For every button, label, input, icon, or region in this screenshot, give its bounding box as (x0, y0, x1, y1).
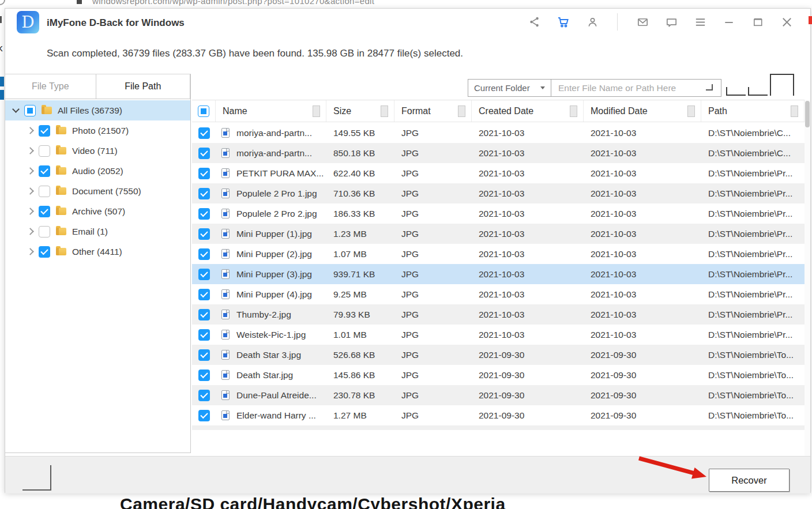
row-checkbox[interactable] (198, 228, 210, 240)
column-filter-handle[interactable] (791, 105, 798, 117)
file-created-date: 2021-10-03 (479, 148, 524, 159)
file-path: D:\ST\Noiembrie\Pr... (708, 289, 792, 300)
tree-item-checkbox[interactable] (39, 206, 50, 217)
table-row[interactable]: Mini Pupper (4).jpg 9.25 MB JPG 2021-10-… (192, 284, 805, 304)
row-checkbox[interactable] (198, 370, 210, 381)
column-filter-handle[interactable] (687, 105, 695, 117)
chevron-right-icon[interactable] (27, 187, 34, 195)
tree-item-checkbox[interactable] (39, 186, 50, 197)
tree-item-checkbox[interactable] (39, 246, 50, 258)
search-input[interactable] (551, 80, 721, 96)
tree-item[interactable]: Email (1) (5, 221, 190, 242)
row-checkbox[interactable] (198, 168, 210, 179)
row-checkbox[interactable] (198, 390, 210, 401)
row-checkbox[interactable] (198, 148, 210, 159)
chevron-right-icon[interactable] (27, 127, 34, 134)
tree-item[interactable]: Video (711) (5, 141, 190, 161)
column-header[interactable]: Created Date (472, 100, 584, 122)
row-checkbox[interactable] (198, 188, 210, 199)
row-checkbox[interactable] (198, 289, 210, 300)
table-row[interactable]: Mini Pupper (2).jpg 1.07 MB JPG 2021-10-… (192, 244, 805, 264)
folder-scope-dropdown[interactable]: Current Folder (468, 79, 551, 97)
close-icon[interactable] (779, 14, 794, 29)
tree-item[interactable]: Archive (507) (5, 201, 190, 221)
maximize-icon[interactable] (750, 14, 765, 29)
table-row[interactable]: moriya-and-partn... 149.55 KB JPG 2021-1… (192, 123, 805, 143)
row-checkbox[interactable] (198, 329, 210, 341)
table-row[interactable]: Mini Pupper (3).jpg 939.71 KB JPG 2021-1… (192, 264, 805, 284)
table-row[interactable]: PETKIT PURA MAX... 622.40 KB JPG 2021-10… (192, 163, 805, 183)
unrendered-button-fragment (770, 74, 794, 96)
chevron-right-icon[interactable] (27, 147, 34, 154)
file-path: D:\ST\Noiembrie\Pr... (708, 249, 792, 259)
table-row[interactable]: Death Star.jpg 145.86 KB JPG 2021-09-30 … (192, 365, 805, 385)
table-row[interactable]: Death Star 3.jpg 526.68 KB JPG 2021-09-3… (192, 345, 805, 365)
chevron-right-icon[interactable] (27, 208, 34, 215)
chevron-down-icon[interactable] (12, 105, 20, 113)
tree-root-checkbox[interactable] (24, 105, 36, 116)
image-file-icon (221, 249, 230, 259)
file-format: JPG (401, 269, 419, 280)
table-row[interactable]: Dune-Paul Atreide... 230.78 KB JPG 2021-… (192, 385, 805, 405)
vertical-scrollbar[interactable] (805, 100, 810, 456)
row-checkbox[interactable] (198, 248, 210, 260)
minimize-icon[interactable] (721, 14, 736, 29)
tree-item-checkbox[interactable] (39, 165, 50, 177)
scrollbar-thumb[interactable] (805, 101, 810, 127)
file-size: 710.36 KB (333, 188, 375, 199)
recover-button[interactable]: Recover (709, 469, 790, 492)
tree-item-checkbox[interactable] (39, 145, 50, 157)
row-checkbox[interactable] (198, 127, 210, 139)
tab-file-path[interactable]: File Path (96, 74, 190, 99)
file-size: 526.68 KB (333, 350, 375, 360)
column-filter-handle[interactable] (458, 105, 465, 117)
row-checkbox[interactable] (198, 269, 210, 280)
row-checkbox[interactable] (198, 410, 210, 421)
table-row[interactable]: Populele 2 Pro 2.jpg 186.33 KB JPG 2021-… (192, 203, 805, 224)
share-icon[interactable] (527, 14, 542, 29)
mail-icon[interactable] (635, 14, 650, 29)
tree-item[interactable]: Audio (2052) (5, 161, 190, 181)
column-header[interactable]: Size (326, 100, 394, 122)
row-checkbox[interactable] (198, 208, 210, 220)
row-checkbox[interactable] (198, 309, 210, 321)
select-all-checkbox[interactable] (198, 105, 209, 117)
chevron-right-icon[interactable] (27, 248, 34, 255)
file-created-date: 2021-10-03 (479, 289, 524, 300)
column-filter-handle[interactable] (313, 105, 320, 117)
table-row[interactable]: Mini Pupper (1).jpg 1.23 MB JPG 2021-10-… (192, 224, 805, 244)
tab-file-type[interactable]: File Type (5, 74, 96, 99)
table-row[interactable]: Populele 2 Pro 1.jpg 710.36 KB JPG 2021-… (192, 183, 805, 203)
image-file-icon (221, 148, 230, 158)
account-icon[interactable] (585, 14, 600, 29)
tree-item[interactable]: Other (4411) (5, 242, 190, 262)
menu-icon[interactable] (693, 14, 708, 29)
chevron-right-icon[interactable] (27, 228, 34, 235)
chevron-right-icon[interactable] (27, 167, 34, 175)
column-header[interactable]: Modified Date (584, 100, 701, 122)
file-modified-date: 2021-10-03 (591, 229, 636, 239)
tree-item-checkbox[interactable] (39, 125, 50, 137)
table-row[interactable]: Thumby-2.jpg 79.93 KB JPG 2021-10-03 202… (192, 304, 805, 325)
column-filter-handle[interactable] (381, 105, 388, 117)
column-header[interactable]: Path (701, 100, 805, 122)
background-bullet-fragment (77, 0, 82, 4)
column-header[interactable]: Name (216, 100, 326, 122)
row-checkbox[interactable] (198, 349, 210, 361)
cart-icon[interactable] (556, 14, 571, 29)
file-name: Elder-wand Harry ... (236, 410, 316, 421)
table-row[interactable]: Weistek-Pic-1.jpg 1.01 MB JPG 2021-10-03… (192, 325, 805, 345)
feedback-icon[interactable] (664, 14, 679, 29)
file-modified-date: 2021-10-03 (591, 148, 636, 159)
table-row[interactable]: moriya-and-partn... 850.18 KB JPG 2021-1… (192, 143, 805, 163)
tree-item-checkbox[interactable] (39, 226, 50, 237)
tree-item[interactable]: Photo (21507) (5, 120, 190, 141)
column-filter-handle[interactable] (570, 105, 577, 117)
chevron-down-icon (540, 86, 545, 89)
tree-item[interactable]: Document (7550) (5, 181, 190, 201)
table-row[interactable]: Elder-wand Harry ... 1.27 MB JPG 2021-09… (192, 405, 805, 425)
column-header[interactable]: Format (394, 100, 472, 122)
search-icon[interactable] (706, 84, 713, 91)
tree-item-all-files[interactable]: All Files (36739) (5, 100, 190, 120)
column-header-label: Path (708, 106, 727, 116)
